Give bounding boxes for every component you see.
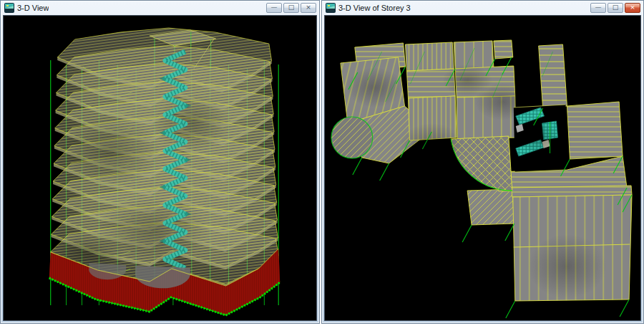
- close-button[interactable]: ×: [625, 3, 640, 13]
- storey-3d-scene: [325, 16, 640, 320]
- titlebar-3d-view[interactable]: 3-D View — □ ×: [1, 1, 319, 14]
- restore-button[interactable]: □: [608, 3, 623, 13]
- model-canvas-3d-view[interactable]: [3, 15, 317, 321]
- restore-button[interactable]: □: [283, 3, 299, 13]
- minimize-button[interactable]: —: [590, 3, 606, 13]
- view-3d-window-icon[interactable]: [326, 3, 336, 13]
- window-title: 3-D View: [17, 3, 49, 12]
- close-button[interactable]: ×: [301, 3, 316, 13]
- window-title: 3-D View of Storey 3: [338, 3, 411, 12]
- minimize-button[interactable]: —: [266, 3, 282, 13]
- window-3d-view-storey-3: 3-D View of Storey 3 — □ ×: [321, 0, 644, 324]
- building-3d-scene: [4, 16, 316, 320]
- titlebar-3d-view-storey-3[interactable]: 3-D View of Storey 3 — □ ×: [322, 1, 643, 14]
- view-3d-window-icon[interactable]: [4, 3, 14, 13]
- model-canvas-storey-3[interactable]: [324, 15, 641, 321]
- window-3d-view: 3-D View — □ ×: [0, 0, 320, 324]
